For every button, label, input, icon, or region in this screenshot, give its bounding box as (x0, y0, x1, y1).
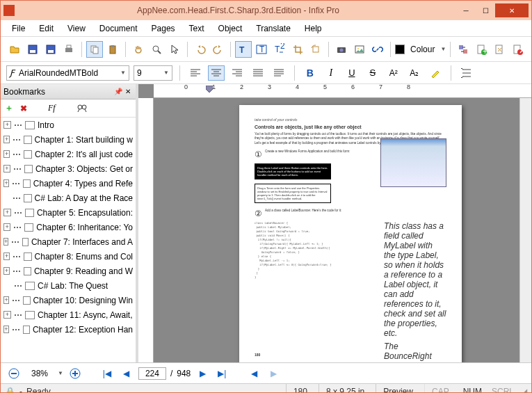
bookmark-item[interactable]: +⋯Intro (1, 118, 136, 132)
zoom-in-button[interactable] (67, 367, 83, 380)
bookmark-item[interactable]: +⋯Chapter 7: Interfaces and A (1, 234, 136, 249)
bookmark-item[interactable]: ⋯C# Lab: A Day at the Race (1, 191, 136, 205)
page-number-input[interactable] (138, 367, 166, 380)
save-as-icon[interactable]: * (42, 41, 59, 58)
zoom-level[interactable]: 38% (26, 368, 54, 379)
font-family-combo[interactable]: Ƒ ArialRoundedMTBold ▼ (6, 65, 129, 81)
menu-document[interactable]: Document (94, 22, 143, 35)
expand-icon[interactable]: + (3, 252, 10, 260)
expand-icon[interactable]: + (3, 136, 10, 143)
pointer-tool-icon[interactable] (166, 41, 183, 58)
bold-button[interactable]: B (302, 65, 319, 81)
menu-file[interactable]: File (6, 22, 31, 35)
expand-icon[interactable]: + (3, 267, 10, 275)
menu-translate[interactable]: Translate (250, 22, 296, 35)
last-page-button[interactable]: ▶| (214, 367, 229, 380)
add-bookmark-icon[interactable]: ＋ (5, 102, 13, 114)
undo-icon[interactable] (192, 41, 209, 58)
history-back-button[interactable]: ◀ (246, 367, 261, 380)
delete-page-icon[interactable]: ✕ (509, 41, 526, 58)
underline-button[interactable]: U (344, 65, 360, 81)
superscript-button[interactable]: A² (385, 65, 402, 81)
open-icon[interactable] (6, 41, 23, 58)
next-page-button[interactable]: ▶ (195, 367, 210, 380)
bookmark-item[interactable]: +⋯Chapter 6: Inheritance: Yo (1, 220, 136, 234)
pin-icon[interactable]: 📌 (113, 88, 123, 95)
expand-icon[interactable]: + (3, 165, 10, 173)
expand-icon[interactable]: + (3, 223, 10, 231)
first-page-button[interactable]: |◀ (99, 367, 115, 380)
font-size-combo[interactable]: 9 ▼ (134, 65, 172, 81)
print-icon[interactable] (61, 41, 77, 58)
menu-edit[interactable]: Edit (33, 22, 59, 35)
minimize-button[interactable]: ─ (456, 3, 476, 17)
bookmark-item[interactable]: +⋯Chapter 9: Reading and W (1, 264, 136, 278)
expand-icon[interactable]: + (3, 296, 9, 304)
menu-help[interactable]: Help (299, 22, 328, 35)
save-icon[interactable] (24, 41, 41, 58)
text-tool-icon[interactable]: T (235, 41, 252, 58)
zoom-dropdown-icon[interactable]: ▼ (58, 370, 63, 376)
bookmark-item[interactable]: ⋯C# Lab: The Quest (1, 278, 136, 293)
colour-label[interactable]: Colour (406, 45, 439, 54)
highlight-button[interactable] (427, 65, 444, 81)
bookmark-item[interactable]: +⋯Chapter 4: Types and Refe (1, 176, 136, 191)
expand-icon[interactable]: + (3, 179, 9, 187)
colour-dropdown-icon[interactable]: ▼ (440, 46, 446, 52)
menu-pages[interactable]: Pages (146, 22, 181, 35)
expand-icon[interactable]: + (3, 121, 11, 129)
ruler-horizontal[interactable]: 0 1 2 3 4 5 6 7 8 (154, 84, 531, 98)
bookmark-item[interactable]: +⋯Chapter 2: It's all just code (1, 147, 136, 161)
close-button[interactable]: ✕ (495, 3, 529, 17)
bookmark-font-icon[interactable]: Ff (48, 103, 56, 113)
align-right-icon[interactable] (229, 65, 245, 81)
copy-icon[interactable] (86, 41, 103, 58)
color-swatch[interactable] (395, 45, 405, 54)
menu-text[interactable]: Text (184, 22, 210, 35)
align-left-icon[interactable] (187, 65, 204, 81)
expand-icon[interactable]: + (3, 150, 10, 158)
line-spacing-icon[interactable] (458, 65, 475, 81)
rotate-tool-icon[interactable] (307, 41, 324, 58)
bookmark-item[interactable]: +⋯Chapter 11: Async, Await, (1, 307, 136, 322)
text-frame-icon[interactable]: T (253, 41, 270, 58)
bookmark-item[interactable]: +⋯Chapter 3: Objects: Get or (1, 161, 136, 176)
align-center-icon[interactable] (208, 65, 225, 81)
bookmark-item[interactable]: +⋯Chapter 1: Start building w (1, 132, 136, 147)
page-settings-icon[interactable] (491, 41, 508, 58)
expand-icon[interactable]: + (3, 209, 11, 216)
menu-view[interactable]: View (62, 22, 91, 35)
prev-page-button[interactable]: ◀ (119, 367, 134, 380)
link-icon[interactable] (369, 41, 386, 58)
bookmark-item[interactable]: +⋯Chapter 10: Designing Win (1, 293, 136, 307)
delete-bookmark-icon[interactable]: ✖ (20, 104, 27, 113)
zoom-tool-icon[interactable] (148, 41, 165, 58)
bookmark-item[interactable]: +⋯Chapter 12: Exception Han (1, 322, 136, 337)
add-page-icon[interactable]: + (473, 41, 490, 58)
status-preview[interactable]: Preview (376, 384, 420, 393)
align-justify-full-icon[interactable] (271, 65, 287, 81)
align-justify-icon[interactable] (250, 65, 266, 81)
history-forward-button[interactable]: ▶ (266, 367, 281, 380)
menu-object[interactable]: Object (213, 22, 248, 35)
resize-grip-icon[interactable]: ◢ (521, 387, 527, 394)
page-view[interactable]: take control of your controls Controls a… (239, 105, 462, 362)
expand-icon[interactable]: + (3, 326, 9, 333)
close-panel-icon[interactable]: ✕ (123, 88, 133, 95)
strike-button[interactable]: S (364, 65, 381, 81)
zoom-out-button[interactable] (6, 367, 22, 380)
italic-button[interactable]: I (323, 65, 339, 81)
canvas[interactable]: take control of your controls Controls a… (154, 98, 519, 362)
image-icon[interactable] (351, 41, 368, 58)
ruler-vertical[interactable] (138, 98, 154, 362)
text-link-icon[interactable]: T2 (271, 41, 288, 58)
lock-icon[interactable]: 🔒 (5, 387, 15, 394)
crop-tool-icon[interactable] (289, 41, 306, 58)
subscript-button[interactable]: A₂ (406, 65, 423, 81)
maximize-button[interactable]: ☐ (476, 3, 495, 17)
bookmark-item[interactable]: +⋯Chapter 8: Enums and Col (1, 249, 136, 264)
paste-icon[interactable] (104, 41, 121, 58)
redo-icon[interactable] (210, 41, 227, 58)
expand-icon[interactable]: + (3, 311, 11, 319)
vertical-scrollbar[interactable] (519, 98, 531, 362)
